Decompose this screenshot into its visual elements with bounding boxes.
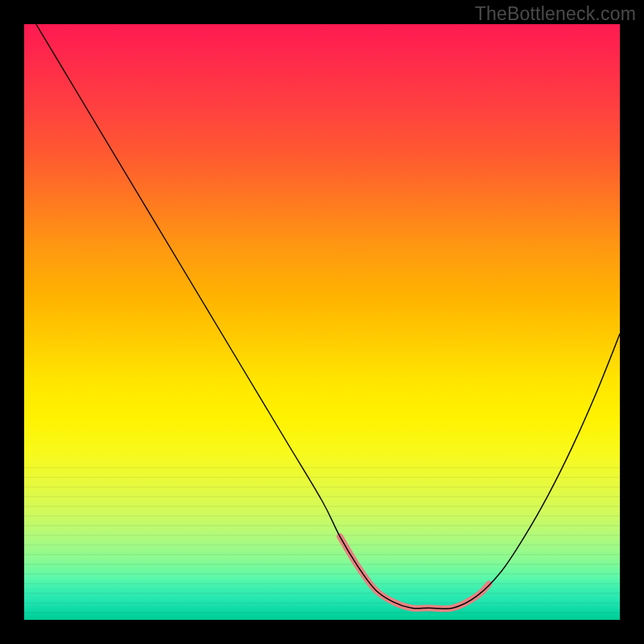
bottleneck-curve-line xyxy=(36,24,620,609)
curve-layer xyxy=(24,24,620,620)
plot-area xyxy=(24,24,620,620)
watermark-text: TheBottleneck.com xyxy=(475,3,636,25)
chart-frame: TheBottleneck.com xyxy=(0,0,644,644)
